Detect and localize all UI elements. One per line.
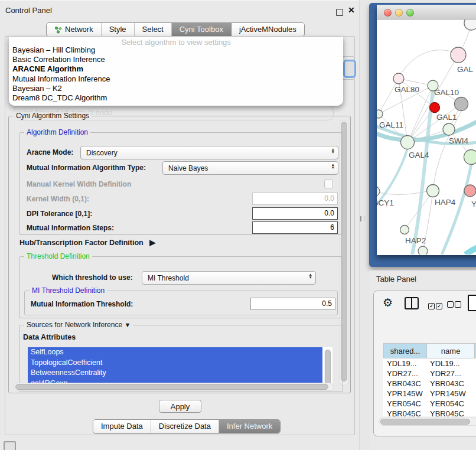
hub-definition-expander[interactable]: Hub/Transcription Factor Definition ▶ [19,238,155,247]
mi-steps-field[interactable] [252,221,338,234]
node-gal4[interactable] [401,136,415,149]
node-hap4[interactable] [427,185,439,197]
table-settings-gear-icon[interactable]: ⚙ [383,296,393,309]
network-canvas[interactable]: GAL GAL80 GAL10 GAL11 GAL1 SWI4 GAL4 GCY… [377,19,476,255]
tab-network[interactable]: Network [47,23,102,36]
node-table: shared... name YDL19...YDL19...13 YDR27.… [383,343,476,416]
mi-type-label: Mutual Information Algorithm Type: [27,164,146,172]
dpi-tolerance-field[interactable] [252,207,338,220]
attribute-list-scrollbar-thumb[interactable] [325,350,331,385]
expander-down-arrow-icon: ▼ [124,321,131,328]
node-green-bottom[interactable] [418,246,428,255]
dropdown-item-bayesian-k2[interactable]: Bayesian – K2 [9,84,343,93]
splitter-grip-icon [360,216,365,221]
select-all-columns-icon[interactable]: ✓✓ [428,299,444,310]
minimize-traffic-light-icon[interactable] [395,9,403,17]
settings-horizontal-scrollbar-thumb[interactable] [15,384,328,390]
dropdown-item-basic-correlation[interactable]: Basic Correlation Inference [9,55,343,64]
table-row[interactable]: YER054CYER054C8. [384,399,476,409]
export-table-icon[interactable] [468,295,476,311]
tab-style[interactable]: Style [102,23,135,36]
node-unlabeled-top[interactable] [464,19,476,30]
table-panel-titlebar: Table Panel [369,270,476,288]
expander-right-arrow-icon: ▶ [149,238,155,247]
network-node-labels: GAL GAL80 GAL10 GAL11 GAL1 SWI4 GAL4 GCY… [377,65,476,245]
network-graph: GAL GAL80 GAL10 GAL11 GAL1 SWI4 GAL4 GCY… [377,19,476,255]
close-traffic-light-icon[interactable] [384,9,392,17]
threshold-definition-title: Threshold Definition [24,252,92,260]
cyni-bottom-tabbar: Impute Data Discretize Data Infer Networ… [93,419,281,433]
node-gal1[interactable] [443,123,455,135]
attribute-list-scrollbar[interactable] [324,349,331,387]
table-row[interactable]: YBR045CYBR045C9. [384,409,476,416]
app-root: { "control_panel": { "title": "Control P… [0,0,476,450]
settings-horizontal-scrollbar[interactable] [14,383,334,391]
manual-kernel-checkbox[interactable] [324,180,333,188]
deselect-all-columns-icon[interactable] [447,299,462,310]
mi-type-combo[interactable]: Naive Bayes ▲▼ [162,161,338,175]
sources-group-title[interactable]: Sources for Network Inference ▼ [24,321,133,329]
node-swi4[interactable] [464,150,476,165]
node-gal-pink[interactable] [451,47,466,63]
kernel-width-field[interactable] [252,193,338,205]
node-gal11[interactable] [377,110,383,118]
table-horizontal-scrollbar-thumb[interactable] [380,419,470,425]
node-hap2[interactable] [400,226,409,234]
aracne-mode-combo[interactable]: Discovery ▲▼ [80,146,338,159]
svg-text:HAP4: HAP4 [435,198,456,207]
control-panel-tabbar: Network Style Select Cyni Toolbox jActiv… [46,22,305,37]
panel-splitter[interactable] [359,0,370,450]
algorithm-definition-title: Algorithm Definition [24,128,90,136]
dropdown-item-aracne[interactable]: ARACNE Algorithm [9,64,343,74]
node-gal10-gray[interactable] [455,97,468,111]
network-window-titlebar[interactable] [377,5,476,19]
node-gcy1[interactable] [377,187,380,196]
column-header-shared-name[interactable]: shared... [384,344,427,358]
settings-group-title: Cyni Algorithm Settings [14,112,92,120]
mi-threshold-field[interactable] [250,298,335,310]
dpi-tolerance-label: DPI Tolerance [0,1]: [27,210,92,218]
mi-threshold-label: Mutual Information Threshold: [31,300,133,308]
which-threshold-label: Which threshold to use: [52,273,133,282]
focused-combo-edge[interactable] [343,60,356,78]
tab-impute-data[interactable]: Impute Data [93,420,151,433]
tab-infer-network[interactable]: Infer Network [219,420,280,433]
mi-threshold-title: MI Threshold Definition [30,286,107,295]
data-attributes-label: Data Attributes [23,333,76,341]
dropdown-item-mutual-information[interactable]: Mutual Information Inference [9,74,343,84]
combo-spinner-icon: ▲▼ [331,163,335,169]
tab-jactivemnodules[interactable]: jActiveMNodules [232,23,304,36]
attribute-topologicalcoefficient[interactable]: TopologicalCoefficient [28,358,322,369]
which-threshold-combo[interactable]: MI Threshold ▲▼ [142,271,316,285]
attribute-selfloops[interactable]: SelfLoops [28,347,322,358]
table-horizontal-scrollbar[interactable] [379,418,476,426]
node-salmon[interactable] [464,185,476,197]
table-row[interactable]: YPR145WYPR145W9. [384,389,476,399]
attribute-betweennesscentrality[interactable]: BetweennessCentrality [28,368,322,379]
node-gal80[interactable] [393,73,404,84]
table-row[interactable]: YBR043CYBR043C [384,379,476,389]
mi-type-value: Naive Bayes [168,164,208,172]
dropdown-item-bayesian-hill-climbing[interactable]: Bayesian – Hill Climbing [9,45,343,55]
algorithm-dropdown-list: Select algorithm to view settings Bayesi… [9,37,343,106]
tab-discretize-data[interactable]: Discretize Data [151,420,219,433]
float-panel-icon[interactable] [336,9,343,16]
tab-cyni-toolbox[interactable]: Cyni Toolbox [172,23,232,36]
svg-text:SWI4: SWI4 [449,136,468,145]
apply-button[interactable]: Apply [159,400,201,413]
combo-spinner-icon: ▲▼ [331,148,335,154]
node-red-selected[interactable] [430,103,440,113]
table-row[interactable]: YDR27...YDR27...12 [384,369,476,379]
show-columns-icon[interactable] [405,297,419,309]
zoom-traffic-light-icon[interactable] [406,9,414,17]
table-panel: ⚙ ✓✓ shared... name YDL19...YDL19...13 Y… [373,291,476,436]
minimized-panel-icon[interactable] [4,441,16,450]
tab-select[interactable]: Select [135,23,172,36]
control-panel-titlebar: Control Panel ✕ [0,2,359,19]
column-header-name[interactable]: name [427,344,475,358]
close-panel-icon[interactable]: ✕ [348,5,355,15]
dropdown-item-dream8[interactable]: Dream8 DC_TDC Algorithm [9,93,343,103]
dropdown-placeholder: Select algorithm to view settings [9,37,343,45]
table-row[interactable]: YDL19...YDL19...13 [384,358,476,369]
network-view-window[interactable]: GAL GAL80 GAL10 GAL11 GAL1 SWI4 GAL4 GCY… [369,3,476,267]
